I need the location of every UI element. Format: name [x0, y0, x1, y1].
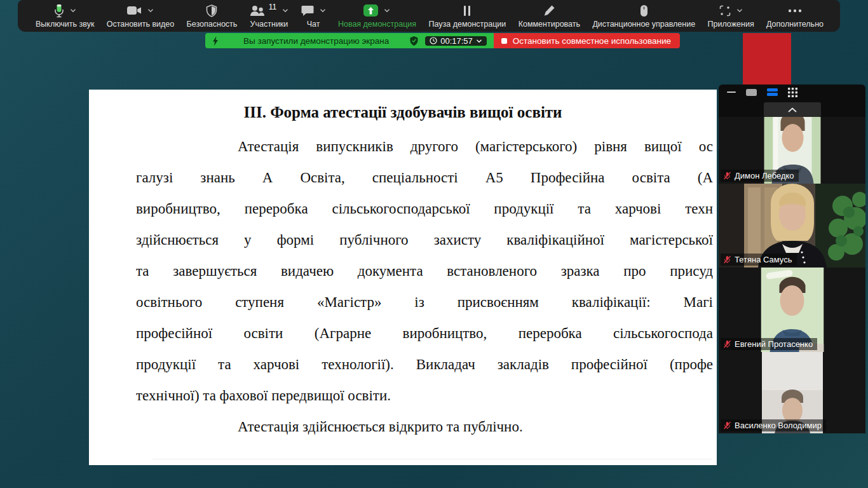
remote-control-button[interactable]: Дистанционное управление [592, 4, 695, 29]
video-view-controls [719, 85, 865, 100]
chevron-down-icon[interactable] [70, 8, 76, 13]
annotate-button-label: Комментировать [519, 20, 580, 29]
participants-count-badge: 11 [269, 3, 276, 11]
chat-icon [301, 5, 314, 17]
participant-name: Тетяна Самусь [735, 255, 792, 264]
chevron-down-icon[interactable] [282, 8, 288, 13]
stop-video-button[interactable]: Остановить видео [107, 4, 175, 29]
pause-share-button[interactable]: Пауза демонстрации [428, 4, 506, 29]
chevron-up-icon [788, 107, 797, 112]
participant-name: Евгений Протасенко [735, 339, 813, 349]
participants-panel: Димон Лебедко [719, 85, 865, 432]
document-line: Атестація випускників другого (магістерс… [136, 131, 713, 162]
security-button-label: Безопасность [187, 20, 238, 29]
participant-name-bar: Димон Лебедко [721, 170, 799, 182]
new-share-button-label: Новая демонстрация [338, 20, 416, 29]
annotate-button[interactable]: Комментировать [519, 4, 580, 29]
chat-button-label: Чат [307, 20, 320, 29]
participant-name: Димон Лебедко [735, 171, 794, 180]
mute-button[interactable]: Выключить звук [36, 4, 94, 29]
participant-name-bar: Евгений Протасенко [721, 338, 817, 350]
speaker-view-icon[interactable] [746, 89, 757, 96]
document-line: професійної освіти (Аграрне виробництво,… [136, 318, 713, 349]
participants-icon [250, 5, 265, 17]
participant-video-tile[interactable]: Василенко Володимир [719, 352, 865, 433]
document-line: виробництво, переробка сільськогосподарс… [136, 193, 713, 224]
document-line: галузі знань А Освіта, спеціальності А5 … [136, 162, 713, 193]
participant-name: Василенко Володимир [735, 421, 822, 430]
chevron-down-icon[interactable] [476, 39, 482, 43]
pencil-icon [543, 4, 555, 17]
participant-video-tile[interactable]: Димон Лебедко [719, 117, 865, 184]
muted-mic-icon [723, 172, 731, 180]
participant-name-bar: Василенко Володимир [721, 419, 826, 431]
chevron-down-icon[interactable] [384, 8, 390, 13]
document-line: продукції та харчові технології). Виклад… [136, 349, 713, 380]
document-line: Атестація здійснюється відкрито та публі… [136, 411, 713, 442]
muted-mic-icon [723, 340, 731, 348]
chevron-down-icon[interactable] [147, 8, 154, 13]
video-camera-icon [126, 6, 142, 15]
shield-icon [206, 4, 217, 17]
share-screen-icon [363, 4, 378, 17]
pause-share-button-label: Пауза демонстрации [428, 20, 506, 29]
ellipsis-icon [788, 9, 802, 13]
document-line: та завершується видачею документа встано… [136, 255, 713, 287]
sharing-banner: Вы запустили демонстрацию экрана 00:17:5… [205, 33, 680, 48]
meeting-timer[interactable]: 00:17:57 [425, 36, 487, 46]
microphone-icon [54, 4, 64, 18]
stop-icon [501, 38, 507, 44]
stop-sharing-label: Остановить совместное использование [513, 36, 671, 46]
participant-video-tile[interactable]: Евгений Протасенко [719, 268, 865, 352]
minimize-panel-icon[interactable] [727, 92, 736, 93]
timer-value: 00:17:57 [440, 36, 473, 46]
document-line: освітнього ступеня «Магістр» із присвоєн… [136, 287, 713, 318]
muted-mic-icon [723, 255, 731, 264]
more-button-label: Дополнительно [766, 20, 824, 29]
zoom-toolbar: Выключить звук Остановить видео Безопасн… [18, 0, 840, 32]
document-body: Атестація випускників другого (магістерс… [89, 131, 717, 442]
participant-name-bar: Тетяна Самусь [721, 254, 797, 266]
new-share-button[interactable]: Новая демонстрация [338, 4, 416, 29]
apps-button-label: Приложения [708, 20, 754, 29]
document-line: здійснюється у формі публічного захисту … [136, 224, 713, 255]
chat-button[interactable]: Чат [301, 4, 326, 29]
participants-button[interactable]: 11 Участники [250, 4, 288, 29]
participant-video-tile[interactable]: Тетяна Самусь [719, 184, 865, 268]
sharing-status-text: Вы запустили демонстрацию экрана [224, 36, 404, 46]
gallery-view-icon[interactable] [788, 88, 797, 97]
document-title: ІІІ. Форма атестації здобувачів вищої ос… [89, 104, 717, 121]
muted-mic-icon [723, 421, 731, 430]
sharing-banner-status: Вы запустили демонстрацию экрана 00:17:5… [205, 33, 494, 48]
stop-sharing-button[interactable]: Остановить совместное использование [494, 33, 680, 48]
pause-icon [463, 5, 471, 17]
stop-video-button-label: Остановить видео [107, 20, 175, 29]
strip-view-icon[interactable] [767, 88, 778, 96]
security-button[interactable]: Безопасность [187, 4, 238, 29]
lightning-icon [212, 36, 219, 46]
remote-control-button-label: Дистанционное управление [592, 20, 695, 29]
shield-check-icon [410, 36, 418, 46]
clock-icon [430, 37, 437, 44]
mute-button-label: Выключить звук [36, 20, 94, 29]
chevron-down-icon[interactable] [736, 8, 743, 13]
document-line: технічної) та фахової передвищої освіти. [136, 380, 713, 411]
shared-screen-document: ІІІ. Форма атестації здобувачів вищої ос… [89, 90, 717, 465]
mouse-icon [640, 4, 648, 17]
more-button[interactable]: Дополнительно [766, 4, 824, 29]
chevron-down-icon[interactable] [320, 8, 326, 13]
participants-button-label: Участники [250, 20, 288, 29]
apps-button[interactable]: Приложения [708, 4, 754, 29]
apps-icon [719, 5, 731, 17]
collapse-thumbnails-button[interactable] [764, 102, 821, 117]
document-rule [153, 459, 712, 459]
shared-screen-red-artifact [743, 33, 791, 85]
